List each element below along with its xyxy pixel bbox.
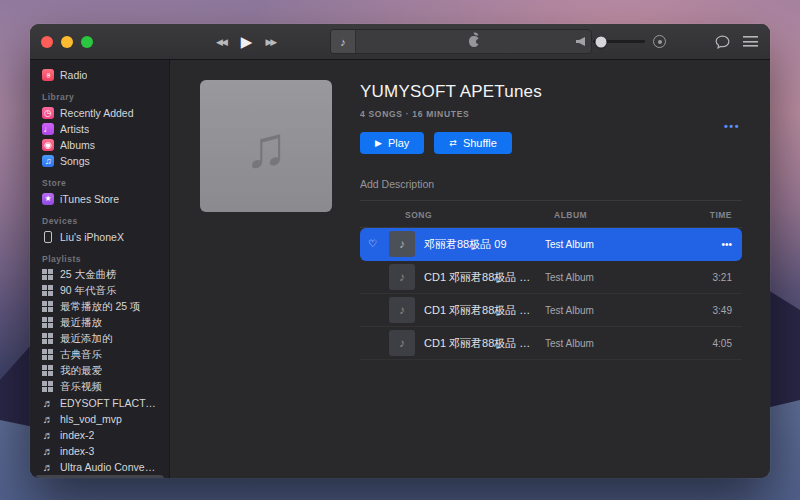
track-title: CD1 邓丽君88极品 19(2) xyxy=(424,270,536,285)
sidebar-item-radio[interactable]: (•) Radio xyxy=(35,67,164,83)
window-controls xyxy=(30,36,93,48)
grid-icon xyxy=(42,365,54,377)
track-title: CD1 邓丽君88极品 20(1) xyxy=(424,336,536,351)
playlist-icon: ♬ xyxy=(42,429,54,441)
grid-icon xyxy=(42,333,54,345)
sidebar-playlist-item-selected[interactable]: ♬ YUMYSOFT APETunes xyxy=(35,475,164,478)
playlist-icon: ♬ xyxy=(42,445,54,457)
sidebar-header-devices: Devices xyxy=(42,216,157,226)
grid-icon xyxy=(42,301,54,313)
play-pause-icon[interactable]: ▶ xyxy=(241,33,253,51)
minimize-button[interactable] xyxy=(61,36,73,48)
sidebar-item-artists[interactable]: ♩ Artists xyxy=(35,121,164,137)
music-note-icon: ♫ xyxy=(42,155,54,167)
sidebar-item-iphone[interactable]: Liu's iPhoneX xyxy=(35,229,164,245)
playlist-title: YUMYSOFT APETunes xyxy=(360,82,742,102)
playlist-icon: ♬ xyxy=(42,397,54,409)
track-duration: 3:21 xyxy=(686,272,732,283)
sidebar-playlist-item[interactable]: 我的最爱 xyxy=(35,363,164,379)
grid-icon xyxy=(42,381,54,393)
track-row[interactable]: ♪ CD1 邓丽君88极品 18(2) Test Album 3:49 xyxy=(360,294,742,327)
sidebar-playlist-item[interactable]: 古典音乐 xyxy=(35,347,164,363)
apple-logo-icon xyxy=(469,36,479,47)
track-artwork: ♪ xyxy=(389,297,415,323)
music-note-icon: ♪ xyxy=(399,270,405,284)
sidebar-playlist-item[interactable]: 音乐视频 xyxy=(35,379,164,395)
add-description-field[interactable]: Add Description xyxy=(360,178,742,201)
sidebar-playlist-item[interactable]: ♬ index-2 xyxy=(35,427,164,443)
heart-icon[interactable]: ♡ xyxy=(365,239,380,249)
lyrics-bubble-icon[interactable] xyxy=(715,35,730,49)
track-title: 邓丽君88极品 09 xyxy=(424,237,536,252)
volume-knob[interactable] xyxy=(596,36,607,47)
sidebar-playlist-item[interactable]: 最常播放的 25 项 xyxy=(35,299,164,315)
sidebar-playlist-item[interactable]: ♬ index-3 xyxy=(35,443,164,459)
iphone-icon xyxy=(44,231,52,243)
sidebar-playlist-item[interactable]: 最近添加的 xyxy=(35,331,164,347)
sidebar-playlist-item[interactable]: 90 年代音乐 xyxy=(35,283,164,299)
app-window: ◀◀ ▶ ▶▶ ♪ xyxy=(30,24,770,478)
music-note-icon: ♪ xyxy=(399,336,405,350)
track-duration: 4:05 xyxy=(686,338,732,349)
sidebar-item-songs[interactable]: ♫ Songs xyxy=(35,153,164,169)
artwork-note-icon: ♫ xyxy=(244,113,288,180)
grid-icon xyxy=(42,269,54,281)
column-header-time: TIME xyxy=(686,210,732,220)
zoom-button[interactable] xyxy=(81,36,93,48)
grid-icon xyxy=(42,285,54,297)
sidebar-playlist-item[interactable]: ♬ Ultra Audio Converter xyxy=(35,459,164,475)
grid-icon xyxy=(42,349,54,361)
play-button[interactable]: ▶ Play xyxy=(360,132,424,154)
airplay-icon[interactable] xyxy=(653,35,666,48)
record-icon: ◉ xyxy=(42,139,54,151)
now-playing-display: ♪ xyxy=(330,29,592,54)
row-more-button[interactable]: ••• xyxy=(686,239,732,250)
track-row[interactable]: ♪ CD1 邓丽君88极品 19(2) Test Album 3:21 xyxy=(360,261,742,294)
clock-icon: ◷ xyxy=(42,107,54,119)
toolbar: ◀◀ ▶ ▶▶ ♪ xyxy=(30,24,770,60)
sidebar-playlist-item[interactable]: 25 大金曲榜 xyxy=(35,267,164,283)
playlist-icon: ♬ xyxy=(42,413,54,425)
playlist-icon: ♬ xyxy=(42,461,54,473)
track-artwork: ♪ xyxy=(389,264,415,290)
next-track-icon[interactable]: ▶▶ xyxy=(265,37,277,47)
more-options-button[interactable]: ••• xyxy=(724,120,740,132)
sidebar-header-playlists: Playlists xyxy=(42,254,157,264)
playlist-stats: 4 SONGS · 16 MINUTES xyxy=(360,109,742,119)
track-title: CD1 邓丽君88极品 18(2) xyxy=(424,303,536,318)
track-table-header: SONG ALBUM TIME xyxy=(360,201,742,228)
sidebar-item-albums[interactable]: ◉ Albums xyxy=(35,137,164,153)
track-album: Test Album xyxy=(545,338,677,349)
previous-track-icon[interactable]: ◀◀ xyxy=(216,37,228,47)
music-note-icon: ♪ xyxy=(399,303,405,317)
track-album: Test Album xyxy=(545,272,677,283)
sidebar-playlist-item[interactable]: ♬ hls_vod_mvp xyxy=(35,411,164,427)
track-album: Test Album xyxy=(545,239,677,250)
track-row[interactable]: ♪ CD1 邓丽君88极品 20(1) Test Album 4:05 xyxy=(360,327,742,360)
sidebar-header-store: Store xyxy=(42,178,157,188)
column-header-song: SONG xyxy=(405,210,554,220)
track-row-selected[interactable]: ♡ ♪ 邓丽君88极品 09 Test Album ••• xyxy=(360,228,742,261)
play-icon: ▶ xyxy=(375,139,382,148)
sidebar-playlist-item[interactable]: ♬ EDYSOFT FLACTunes xyxy=(35,395,164,411)
volume-control xyxy=(576,35,666,48)
sidebar-playlist-item[interactable]: 最近播放 xyxy=(35,315,164,331)
shuffle-icon: ⇄ xyxy=(449,139,457,148)
track-artwork: ♪ xyxy=(389,231,415,257)
up-next-list-icon[interactable] xyxy=(743,36,758,47)
sidebar-item-itunes-store[interactable]: ★ iTunes Store xyxy=(35,191,164,207)
sidebar: (•) Radio Library ◷ Recently Added ♩ Art… xyxy=(30,60,170,478)
sidebar-item-recently-added[interactable]: ◷ Recently Added xyxy=(35,105,164,121)
close-button[interactable] xyxy=(41,36,53,48)
track-artwork: ♪ xyxy=(389,330,415,356)
star-icon: ★ xyxy=(42,193,54,205)
toolbar-right-icons xyxy=(715,35,758,49)
album-artwork: ♫ xyxy=(200,80,332,212)
track-duration: 3:49 xyxy=(686,305,732,316)
shuffle-button[interactable]: ⇄ Shuffle xyxy=(434,132,512,154)
radio-icon: (•) xyxy=(42,69,54,81)
main-content: ♫ YUMYSOFT APETunes 4 SONGS · 16 MINUTES… xyxy=(170,60,770,478)
volume-slider[interactable] xyxy=(593,40,645,43)
music-note-icon: ♪ xyxy=(340,36,346,48)
transport-controls: ◀◀ ▶ ▶▶ xyxy=(216,33,277,51)
